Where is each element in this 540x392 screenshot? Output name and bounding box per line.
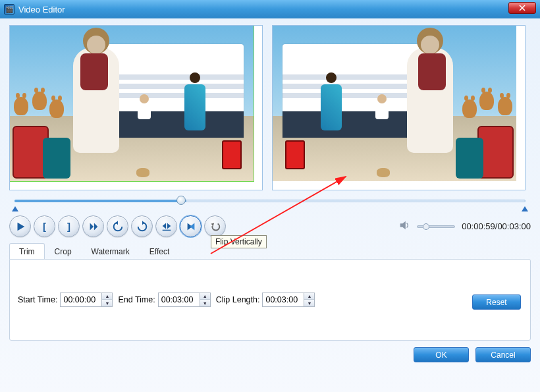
cancel-button[interactable]: Cancel	[475, 347, 531, 362]
preview-original[interactable]	[9, 25, 263, 190]
preview-result-frame	[273, 26, 516, 181]
tab-trim[interactable]: Trim	[9, 243, 45, 260]
timeline-progress	[14, 200, 186, 202]
flip-horizontal-button[interactable]	[155, 215, 177, 237]
end-time-down[interactable]: ▼	[200, 300, 210, 306]
step-forward-button[interactable]	[82, 215, 104, 237]
volume-thumb[interactable]	[423, 223, 429, 230]
start-time-up[interactable]: ▲	[102, 293, 112, 300]
rotate-ccw-button[interactable]	[107, 215, 128, 237]
transport-controls: [ ] Flip Vertically 00	[9, 215, 531, 237]
undo-button[interactable]	[204, 215, 226, 237]
end-time-input[interactable]: ▲▼	[158, 293, 211, 307]
flip-vertical-button[interactable]	[180, 215, 202, 237]
mark-out-button[interactable]: ]	[58, 215, 80, 237]
end-time-label: End Time:	[118, 295, 155, 304]
mark-in-button[interactable]: [	[34, 215, 55, 237]
clip-length-input[interactable]: ▲▼	[262, 293, 315, 307]
content-area: [ ] Flip Vertically 00	[0, 18, 540, 392]
app-icon	[4, 4, 14, 14]
trim-marker-in[interactable]	[12, 206, 18, 211]
trim-marker-out[interactable]	[522, 206, 528, 211]
preview-result[interactable]	[272, 25, 526, 190]
tab-panel-trim: Start Time: ▲▼ End Time: ▲▼ Clip Length:…	[9, 259, 531, 341]
close-button[interactable]	[508, 2, 536, 14]
clip-length-up[interactable]: ▲	[304, 293, 314, 300]
start-time-down[interactable]: ▼	[102, 300, 112, 306]
clip-length-label: Clip Length:	[216, 295, 260, 304]
volume-slider[interactable]	[417, 225, 455, 228]
speaker-icon[interactable]	[398, 219, 410, 234]
end-time-up[interactable]: ▲	[200, 293, 210, 300]
tabbar: Trim Crop Watermark Effect	[9, 242, 531, 259]
start-time-label: Start Time:	[18, 295, 57, 304]
time-readout: 00:00:59/00:03:00	[462, 221, 531, 231]
play-button[interactable]	[9, 215, 31, 237]
timeline-thumb[interactable]	[176, 196, 186, 205]
tab-watermark[interactable]: Watermark	[82, 243, 140, 260]
preview-row	[9, 25, 531, 190]
preview-original-frame	[10, 26, 254, 181]
titlebar: Video Editor	[0, 0, 540, 18]
dialog-footer: OK Cancel	[9, 347, 531, 362]
window-title: Video Editor	[18, 5, 65, 14]
rotate-cw-button[interactable]	[131, 215, 153, 237]
reset-button[interactable]: Reset	[472, 294, 521, 310]
timeline[interactable]	[9, 194, 531, 210]
ok-button[interactable]: OK	[414, 347, 469, 362]
tab-crop[interactable]: Crop	[45, 243, 82, 260]
start-time-input[interactable]: ▲▼	[60, 293, 113, 307]
clip-length-down[interactable]: ▼	[304, 300, 314, 306]
tab-effect[interactable]: Effect	[140, 243, 179, 260]
